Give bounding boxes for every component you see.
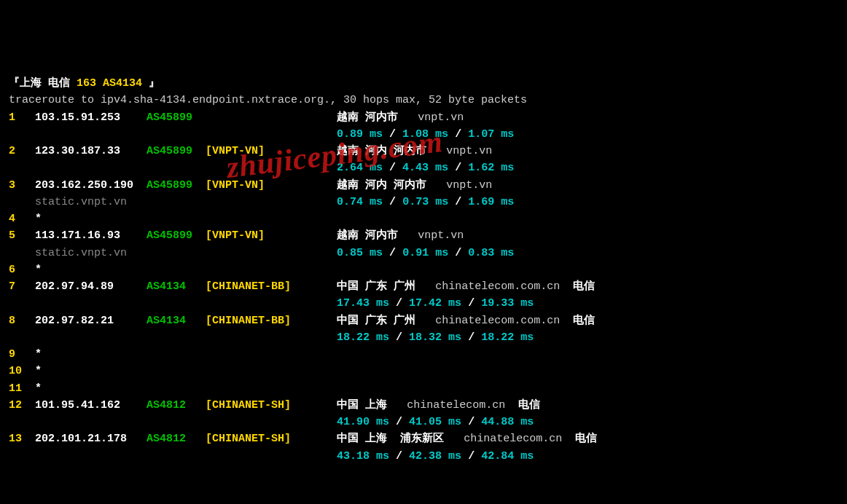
hop-time2: 4.43 ms <box>402 162 448 174</box>
header-asn: 163 AS4134 <box>70 77 149 90</box>
hop-tag: [CHINANET-SH] <box>206 399 311 412</box>
terminal-line: 3 203.162.250.190 AS45899 [VNPT-VN] 越南 河… <box>9 177 838 194</box>
terminal-line: 17.43 ms / 17.42 ms / 19.33 ms <box>9 295 838 312</box>
hop-ip: 203.162.250.190 <box>35 179 147 192</box>
hop-number: 1 <box>9 111 35 124</box>
spacer <box>9 416 337 428</box>
sep: / <box>448 162 468 174</box>
sep: / <box>383 162 402 174</box>
traceroute-command: traceroute to ipv4.sha-4134.endpoint.nxt… <box>9 94 527 106</box>
hop-time2: 18.32 ms <box>409 331 461 344</box>
terminal-line: 5 113.171.16.93 AS45899 [VNPT-VN] 越南 河内市… <box>9 227 838 244</box>
hop-time2: 0.91 ms <box>402 247 448 259</box>
terminal-line: 43.18 ms / 42.38 ms / 42.84 ms <box>9 448 838 465</box>
hop-time3: 44.88 ms <box>481 416 534 428</box>
hop-time2: 42.38 ms <box>409 450 461 462</box>
spacer <box>127 196 337 208</box>
hop-number: 11 <box>9 382 35 395</box>
header-bracket-close: 』 <box>149 77 160 90</box>
sep: / <box>448 196 468 208</box>
hop-time3: 0.83 ms <box>468 247 514 259</box>
hop-time1: 0.74 ms <box>337 196 383 208</box>
spacer <box>9 247 35 259</box>
hop-ip: 113.171.16.93 <box>35 229 147 242</box>
hop-number: 7 <box>9 280 35 293</box>
hop-number: 6 <box>9 264 35 276</box>
hop-domain: vnpt.vn <box>446 179 492 192</box>
spacer <box>9 196 35 208</box>
hop-location: 越南 河内市 <box>337 111 418 124</box>
hop-domain: vnpt.vn <box>418 111 464 124</box>
sep: / <box>461 416 481 428</box>
hop-isp: 电信 <box>518 399 540 412</box>
hop-asn: AS4134 <box>147 315 206 327</box>
spacer <box>311 433 337 445</box>
spacer <box>9 297 337 310</box>
terminal-line: 2.64 ms / 4.43 ms / 1.62 ms <box>9 160 838 176</box>
hop-time1: 18.22 ms <box>337 331 389 344</box>
hop-rdns: static.vnpt.vn <box>35 196 127 208</box>
hop-asn: AS4812 <box>147 433 206 445</box>
header-title: 上海 电信 <box>20 77 70 90</box>
hop-number: 3 <box>9 179 35 192</box>
terminal-line: 12 101.95.41.162 AS4812 [CHINANET-SH] 中国… <box>9 397 838 414</box>
sep: / <box>383 128 402 141</box>
terminal-line: 13 202.101.21.178 AS4812 [CHINANET-SH] 中… <box>9 430 838 447</box>
hop-time1: 41.90 ms <box>337 416 389 428</box>
hop-asn: AS4134 <box>147 280 206 293</box>
hop-time1: 43.18 ms <box>337 450 389 462</box>
hop-location: 越南 河内市 <box>337 229 418 242</box>
hop-asn: AS45899 <box>147 229 206 242</box>
hop-timeout: * <box>35 348 42 361</box>
terminal-line: traceroute to ipv4.sha-4134.endpoint.nxt… <box>9 92 838 109</box>
sep: / <box>461 450 481 462</box>
hop-tag: [VNPT-VN] <box>206 229 311 242</box>
hop-ip: 202.97.94.89 <box>35 280 147 293</box>
spacer <box>311 399 337 412</box>
hop-number: 2 <box>9 145 35 157</box>
spacer <box>311 145 337 157</box>
spacer <box>311 111 337 124</box>
terminal-line: 8 202.97.82.21 AS4134 [CHINANET-BB] 中国 广… <box>9 312 838 329</box>
hop-number: 12 <box>9 399 35 412</box>
terminal-line: 『上海 电信 163 AS4134 』 <box>9 75 838 92</box>
hop-time3: 42.84 ms <box>481 450 534 462</box>
hop-number: 8 <box>9 315 35 327</box>
sep: / <box>448 247 468 259</box>
hop-ip: 123.30.187.33 <box>35 145 147 157</box>
terminal-line: static.vnpt.vn 0.85 ms / 0.91 ms / 0.83 … <box>9 245 838 261</box>
terminal-line: 4 * <box>9 210 838 227</box>
hop-time3: 19.33 ms <box>481 297 534 310</box>
terminal-line: 11 * <box>9 380 838 397</box>
hop-number: 5 <box>9 229 35 242</box>
hop-time2: 17.42 ms <box>409 297 461 310</box>
sep: / <box>389 416 409 428</box>
hop-tag: [CHINANET-BB] <box>206 315 311 327</box>
hop-tag: [VNPT-VN] <box>206 145 311 157</box>
hop-location: 越南 河内 河内市 <box>337 179 446 192</box>
sep: / <box>389 331 409 344</box>
hop-domain: vnpt.vn <box>418 229 464 242</box>
hop-time3: 1.69 ms <box>468 196 514 208</box>
spacer <box>311 315 337 327</box>
sep: / <box>461 331 481 344</box>
hop-time3: 1.62 ms <box>468 162 514 174</box>
hop-number: 10 <box>9 365 35 377</box>
terminal-line: 18.22 ms / 18.32 ms / 18.22 ms <box>9 329 838 346</box>
hop-tag: [CHINANET-SH] <box>206 433 311 445</box>
hop-location: 中国 广东 广州 <box>337 280 435 293</box>
hop-timeout: * <box>35 264 42 276</box>
hop-isp: 电信 <box>573 280 595 293</box>
spacer <box>311 280 337 293</box>
hop-location: 中国 广东 广州 <box>337 315 435 327</box>
hop-number: 9 <box>9 348 35 361</box>
hop-domain: chinatelecom.cn <box>464 433 575 445</box>
hop-tag: [CHINANET-BB] <box>206 280 311 293</box>
terminal-line: 41.90 ms / 41.05 ms / 44.88 ms <box>9 414 838 430</box>
hop-time1: 2.64 ms <box>337 162 383 174</box>
hop-ip: 103.15.91.253 <box>35 111 147 124</box>
hop-asn: AS45899 <box>147 145 206 157</box>
hop-tag <box>206 111 311 124</box>
hop-domain: chinatelecom.cn <box>407 399 518 412</box>
header-bracket-open: 『 <box>9 77 20 90</box>
